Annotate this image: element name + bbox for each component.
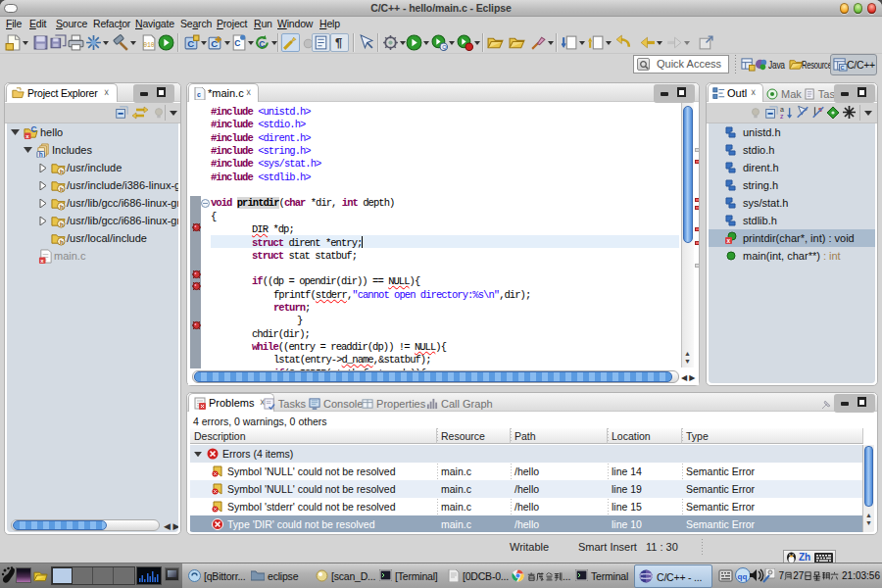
svg-text:a: a	[780, 106, 784, 113]
svg-text:x: x	[727, 237, 731, 244]
svg-text:C: C	[234, 38, 240, 48]
svg-text:Q: Q	[442, 44, 447, 50]
svg-text:qq: qq	[738, 572, 748, 581]
svg-text:h: h	[60, 185, 64, 192]
svg-text:010: 010	[143, 42, 155, 49]
svg-text:h: h	[39, 151, 43, 158]
svg-text:h: h	[60, 168, 64, 174]
svg-text:z: z	[780, 113, 784, 120]
svg-text:h: h	[60, 203, 64, 210]
svg-text:C: C	[259, 39, 265, 49]
svg-text:C: C	[31, 125, 37, 134]
svg-text:h: h	[60, 238, 64, 245]
svg-text:c: c	[197, 91, 201, 98]
svg-text:C: C	[841, 65, 845, 71]
svg-text:h: h	[60, 220, 64, 227]
